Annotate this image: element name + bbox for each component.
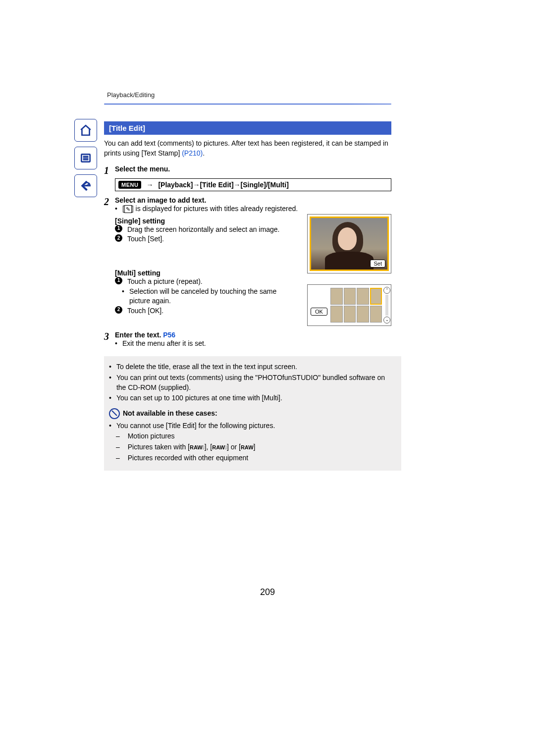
num-1-icon: 1: [115, 225, 122, 232]
scrollbar[interactable]: ⌃ ⌄: [384, 287, 390, 324]
menu-path-text: [Playback]→[Title Edit]→[Single]/[Multi]: [158, 181, 288, 189]
ok-button[interactable]: OK: [311, 308, 327, 316]
step-2-number: 2: [104, 197, 115, 207]
num-2-icon-b: 2: [115, 306, 122, 314]
back-arrow-icon: [79, 179, 92, 192]
intro-text: You can add text (comments) to pictures.…: [104, 139, 391, 158]
num-2-icon: 2: [115, 234, 122, 242]
breadcrumb: Playback/Editing: [104, 89, 391, 104]
thumb-selected[interactable]: [370, 288, 382, 305]
step-1-title: Select the menu.: [115, 165, 170, 173]
step-2-note: [✎] is displayed for pictures with title…: [115, 204, 391, 214]
menu-arrow: →: [146, 181, 153, 189]
thumb[interactable]: [344, 306, 356, 323]
multi-thumbnails[interactable]: [330, 288, 382, 323]
single-preview-frame: Set: [307, 214, 391, 273]
multi-step-2: Touch [OK].: [127, 306, 163, 316]
menu-chip: MENU: [118, 181, 141, 189]
step-3-note: Exit the menu after it is set.: [122, 339, 206, 349]
multi-step-1: Touch a picture (repeat).: [127, 277, 203, 287]
thumb[interactable]: [330, 288, 343, 305]
scroll-down-icon[interactable]: ⌄: [383, 317, 390, 324]
na-lead: You cannot use [Title Edit] for the foll…: [116, 421, 275, 431]
na-motion: Motion pictures: [128, 432, 175, 441]
not-available-icon: [109, 408, 120, 419]
home-icon-button[interactable]: [74, 119, 97, 142]
na-other: Pictures recorded with other equipment: [128, 453, 249, 463]
not-available-title: Not available in these cases:: [123, 408, 217, 419]
set-button[interactable]: Set: [370, 260, 385, 268]
thumb[interactable]: [344, 288, 356, 305]
multi-step-1-sub: Selection will be canceled by touching t…: [129, 287, 299, 306]
section-title: [Title Edit]: [104, 121, 391, 135]
multi-setting-head: [Multi] setting: [115, 269, 299, 277]
step-2-title: Select an image to add text.: [115, 196, 206, 204]
na-raw: Pictures taken with [RAW􀂇], [RAW􀂈] or [R…: [128, 442, 256, 452]
single-setting-head: [Single] setting: [115, 217, 299, 225]
step-3-number: 3: [104, 331, 115, 341]
num-1-icon-b: 1: [115, 277, 122, 284]
thumb[interactable]: [330, 306, 343, 323]
step-1-number: 1: [104, 165, 115, 175]
toc-icon-button[interactable]: [74, 147, 97, 169]
page-number: 209: [0, 587, 535, 597]
note-1: To delete the title, erase all the text …: [116, 362, 297, 372]
menu-path-box: MENU → [Playback]→[Title Edit]→[Single]/…: [115, 178, 391, 191]
link-p56[interactable]: P56: [163, 331, 175, 339]
title-registered-icon: ✎: [124, 205, 132, 213]
multi-preview-frame: OK ⌃ ⌄: [307, 284, 391, 326]
list-icon: [79, 152, 92, 164]
thumb[interactable]: [357, 288, 369, 305]
back-icon-button[interactable]: [74, 174, 97, 197]
link-p210[interactable]: (P210): [182, 149, 203, 157]
thumb[interactable]: [370, 306, 382, 323]
scroll-up-icon[interactable]: ⌃: [383, 287, 390, 294]
single-preview-image: Set: [310, 216, 389, 271]
single-step-1: Drag the screen horizontally and select …: [127, 225, 279, 235]
step-3-title: Enter the text.: [115, 331, 163, 339]
thumb[interactable]: [357, 306, 369, 323]
notes-box: To delete the title, erase all the text …: [104, 356, 401, 471]
header-divider: [104, 104, 391, 105]
single-step-2: Touch [Set].: [127, 234, 164, 244]
scroll-track[interactable]: [385, 295, 388, 316]
note-2: You can print out texts (comments) using…: [116, 373, 396, 392]
home-icon: [79, 124, 92, 137]
note-3: You can set up to 100 pictures at one ti…: [116, 393, 282, 403]
